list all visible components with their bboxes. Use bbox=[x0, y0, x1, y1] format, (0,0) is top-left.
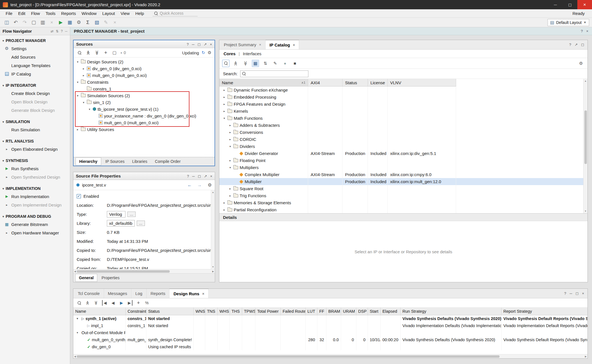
previous-run-icon[interactable]: ◀ bbox=[111, 300, 116, 306]
tree-item-your-instance-name-div-gen-0-div-gen-0-xci[interactable]: your_instance_name : div_gen_0 (div_gen_… bbox=[94, 112, 215, 119]
scroll-right-icon[interactable]: ▶ bbox=[212, 270, 214, 273]
tree-item-constraints[interactable]: ▾Constraints bbox=[76, 79, 215, 85]
flownav-section-header-rtl-analysis[interactable]: ▾RTL ANALYSIS bbox=[0, 137, 70, 145]
settings-icon[interactable]: ⚙ bbox=[75, 19, 83, 26]
catalog-row-dynamic-function-exchange[interactable]: ▸Dynamic Function eXchange bbox=[219, 86, 587, 94]
help-icon[interactable]: ? bbox=[564, 291, 566, 296]
forward-arrow-icon[interactable]: → bbox=[197, 183, 202, 188]
column-header-axi4[interactable]: AXI4 bbox=[308, 79, 343, 86]
column-header-ff[interactable]: FF bbox=[317, 308, 326, 315]
tab-properties[interactable]: Properties bbox=[98, 274, 123, 281]
run-row-synth-1-active[interactable]: ▾▷synth_1 (active)constrs_1Not startedVi… bbox=[73, 315, 587, 322]
tree-item-mult-gen-0-mult-gen-0-xci[interactable]: ▸mult_gen_0 (mult_gen_0.xci) bbox=[82, 72, 215, 79]
column-header-constraints[interactable]: Constraints bbox=[125, 308, 146, 315]
scroll-up-icon[interactable]: ▲ bbox=[584, 80, 587, 82]
chevron-right-icon[interactable]: ▸ bbox=[222, 96, 226, 99]
chevron-right-icon[interactable]: ▸ bbox=[222, 201, 226, 204]
chevron-right-icon[interactable]: ▸ bbox=[222, 103, 226, 106]
expand-all-icon[interactable]: ≫ bbox=[242, 60, 249, 67]
menu-flow[interactable]: Flow bbox=[28, 10, 43, 17]
undo-icon[interactable]: ↶ bbox=[12, 19, 19, 26]
chevron-down-icon[interactable]: ▾ bbox=[76, 94, 79, 97]
search-icon[interactable] bbox=[222, 60, 229, 67]
help-icon[interactable]: ? bbox=[61, 29, 63, 33]
scroll-down-icon[interactable]: ▼ bbox=[212, 266, 214, 268]
catalog-row-math-functions[interactable]: ▾Math Functions bbox=[219, 115, 587, 122]
column-header-start[interactable]: Start bbox=[368, 308, 380, 315]
flownav-item-create-block-design[interactable]: Create Block Design bbox=[0, 89, 70, 97]
tab-messages[interactable]: Messages bbox=[104, 289, 131, 298]
column-header-wns[interactable]: WNS bbox=[193, 308, 205, 315]
column-header-ths[interactable]: THS bbox=[229, 308, 242, 315]
tree-item-design-sources-2[interactable]: ▾Design Sources (2) bbox=[76, 58, 215, 65]
maximize-icon[interactable]: ◻ bbox=[198, 42, 201, 46]
run-row-out-of-context-module-runs[interactable]: ▾Out-of-Context Module Runs bbox=[73, 329, 587, 336]
maximize-icon[interactable]: ◻ bbox=[581, 43, 584, 47]
dock-toggle-icon[interactable]: ⇄ bbox=[51, 29, 54, 33]
tree-item-sim-1-2[interactable]: ▾sim_1 (2) bbox=[82, 99, 215, 106]
flownav-item-open-hardware-manager[interactable]: ▸Open Hardware Manager bbox=[0, 228, 70, 237]
gear-icon[interactable]: ⚙ bbox=[208, 50, 211, 55]
tab-hierarchy[interactable]: Hierarchy bbox=[76, 157, 101, 165]
catalog-search-input[interactable] bbox=[240, 70, 308, 77]
copy-icon[interactable]: ▥ bbox=[39, 19, 47, 26]
program-icon[interactable]: ▦ bbox=[66, 19, 74, 26]
scrollbar-thumb[interactable] bbox=[77, 355, 500, 358]
chevron-right-icon[interactable]: ▸ bbox=[228, 159, 232, 162]
catalog-row-conversions[interactable]: ▸Conversions bbox=[219, 129, 587, 136]
play-run-icon[interactable]: ▶ bbox=[119, 300, 124, 306]
search-icon[interactable] bbox=[77, 50, 82, 56]
flownav-item-open-block-design[interactable]: Open Block Design bbox=[0, 97, 70, 106]
tree-item-mult-gen-0-mult-gen-0-xci[interactable]: mult_gen_0 (mult_gen_0.xci) bbox=[94, 119, 215, 126]
chevron-down-icon[interactable]: ▾ bbox=[76, 60, 79, 63]
menu-tools[interactable]: Tools bbox=[43, 10, 58, 17]
menu-help[interactable]: Help bbox=[132, 10, 147, 17]
column-header-status[interactable]: Status bbox=[146, 308, 193, 315]
chevron-right-icon[interactable]: ▸ bbox=[228, 194, 232, 197]
scroll-right-icon[interactable]: ▶ bbox=[585, 355, 587, 358]
tab-tcl-console[interactable]: Tcl Console bbox=[74, 289, 104, 298]
browse-button[interactable]: … bbox=[137, 221, 145, 226]
runs-horizontal-scrollbar[interactable]: ◀ ▶ bbox=[73, 354, 587, 358]
chevron-down-icon[interactable]: ▾ bbox=[77, 331, 80, 334]
flownav-item-run-simulation[interactable]: Run Simulation bbox=[0, 125, 70, 134]
browse-button[interactable]: … bbox=[127, 212, 136, 217]
chevron-down-icon[interactable]: ▾ bbox=[222, 117, 226, 120]
catalog-row-memories-storage-elements[interactable]: ▸Memories & Storage Elements bbox=[219, 199, 587, 206]
scroll-left-icon[interactable]: ◀ bbox=[74, 355, 76, 358]
package-icon[interactable]: ■ bbox=[291, 60, 299, 67]
subtab-interfaces[interactable]: Interfaces bbox=[243, 51, 261, 56]
flownav-item-open-elaborated-design[interactable]: ▸Open Elaborated Design bbox=[0, 145, 70, 153]
scrollbar-thumb[interactable] bbox=[77, 270, 170, 273]
expand-all-icon[interactable]: ≫ bbox=[94, 50, 100, 56]
back-arrow-icon[interactable]: ← bbox=[187, 183, 192, 188]
flownav-item-open-synthesized-design[interactable]: ▸Open Synthesized Design bbox=[0, 173, 70, 181]
column-header-bram[interactable]: BRAM bbox=[326, 308, 341, 315]
close-icon[interactable]: × bbox=[259, 43, 261, 47]
flownav-item-language-templates[interactable]: Language Templates bbox=[0, 61, 70, 70]
float-icon[interactable]: ↗ bbox=[575, 43, 578, 47]
flownav-section-header-synthesis[interactable]: ▾SYNTHESIS bbox=[0, 157, 70, 164]
enabled-checkbox[interactable]: ✓ bbox=[77, 194, 81, 198]
save-icon[interactable]: ◫ bbox=[3, 19, 10, 26]
help-icon[interactable]: ? bbox=[187, 174, 189, 178]
cancel-icon[interactable]: × bbox=[111, 19, 119, 26]
message-count-badge[interactable]: ● 0 bbox=[120, 50, 126, 55]
catalog-row-cordic[interactable]: ▸CORDIC bbox=[219, 136, 587, 143]
menu-window[interactable]: Window bbox=[79, 10, 99, 17]
column-header-total-power[interactable]: Total Power bbox=[255, 308, 280, 315]
search-icon[interactable] bbox=[77, 300, 82, 306]
column-header-tns[interactable]: TNS bbox=[205, 308, 217, 315]
chevron-right-icon[interactable]: ▸ bbox=[228, 124, 232, 127]
tree-item-div-gen-0-div-gen-0-xci[interactable]: ▸div_gen_0 (div_gen_0.xci) bbox=[82, 65, 215, 72]
chevron-right-icon[interactable]: ▸ bbox=[222, 208, 226, 211]
minimize-icon[interactable]: ─ bbox=[192, 42, 194, 46]
collapse-all-icon[interactable]: ≪ bbox=[85, 50, 91, 56]
column-header-uram[interactable]: URAM bbox=[341, 308, 356, 315]
chevron-right-icon[interactable]: ▸ bbox=[222, 88, 226, 92]
chevron-right-icon[interactable]: ▸ bbox=[82, 67, 85, 70]
chevron-right-icon[interactable]: ▸ bbox=[228, 187, 232, 190]
column-header-tpws[interactable]: TPWS bbox=[242, 308, 255, 315]
run-row-impl-1[interactable]: ▷impl_1constrs_1Not startedVivado Implem… bbox=[73, 322, 587, 329]
tab-reports[interactable]: Reports bbox=[147, 289, 170, 298]
